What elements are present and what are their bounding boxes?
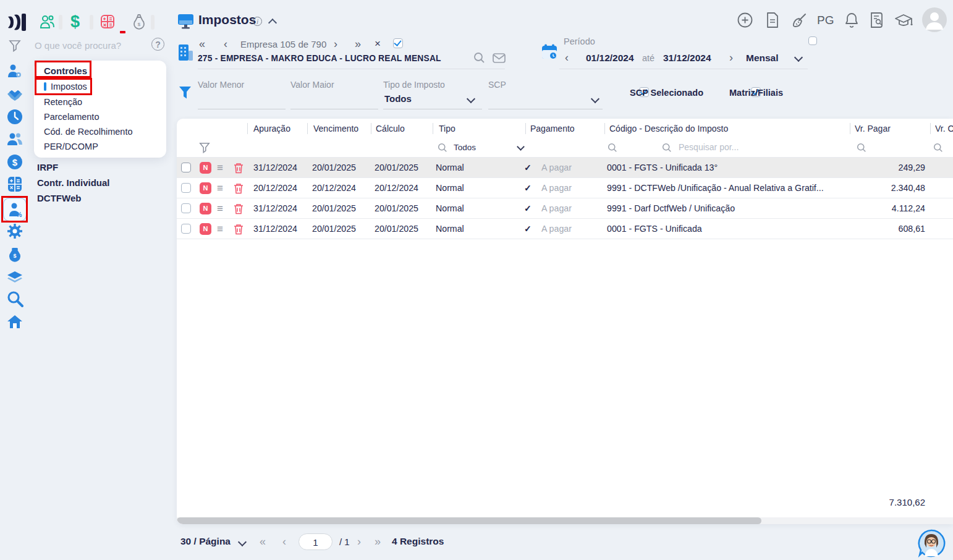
trash-icon[interactable] (234, 183, 244, 194)
table-filter-funnel-icon[interactable] (199, 142, 210, 153)
menu-item-cod-recolhimento[interactable]: Cód. de Recolhimento (44, 127, 132, 137)
company-next-button[interactable]: › (334, 38, 337, 49)
period-next-button[interactable]: › (729, 52, 733, 63)
user-avatar[interactable] (922, 7, 947, 32)
people-module-icon[interactable] (40, 14, 56, 30)
pagination-first-button[interactable]: « (260, 536, 264, 547)
menu-item-parcelamento[interactable]: Parcelamento (44, 112, 99, 122)
support-chat-avatar[interactable] (917, 529, 946, 558)
notifications-bell-icon[interactable] (844, 12, 859, 28)
sidebar-calculator-icon[interactable] (6, 176, 23, 193)
vr-outro-filter-search-icon[interactable] (933, 143, 943, 153)
company-prev-button[interactable]: ‹ (224, 38, 227, 49)
sidebar-layers-icon[interactable] (6, 268, 23, 285)
calculator-module-icon[interactable] (100, 14, 115, 29)
company-search-icon[interactable] (473, 52, 485, 64)
trash-icon[interactable] (234, 203, 244, 214)
column-header-apuracao[interactable]: Apuração (253, 119, 290, 137)
pagination-next-button[interactable]: › (357, 536, 361, 547)
period-mode-chevron-icon[interactable] (794, 53, 803, 62)
column-header-vencimento[interactable]: Vencimento (313, 119, 358, 137)
current-page-input[interactable]: 1 (299, 533, 332, 550)
help-icon[interactable]: ? (151, 38, 164, 51)
period-checkbox[interactable] (808, 36, 817, 45)
envelope-icon[interactable] (493, 53, 506, 63)
valor-menor-input[interactable] (198, 109, 286, 109)
vr-pagar-filter-search-icon[interactable] (857, 143, 866, 153)
company-clear-icon[interactable]: × (375, 38, 381, 50)
column-header-calculo[interactable]: Cálculo (376, 119, 405, 137)
document-search-icon[interactable] (870, 12, 884, 28)
codigo-filter-input[interactable] (677, 142, 803, 153)
row-menu-icon[interactable]: ≡ (217, 183, 223, 193)
company-first-button[interactable]: « (199, 38, 203, 49)
page-size-select[interactable]: 30 / Página (180, 536, 231, 547)
menu-item-dctfweb[interactable]: DCTFWeb (37, 193, 81, 203)
menu-item-contr-individual[interactable]: Contr. Individual (37, 177, 110, 188)
horizontal-scrollbar-track[interactable] (177, 517, 953, 524)
column-header-vr-outro[interactable]: Vr. O (935, 119, 953, 137)
app-logo[interactable] (7, 11, 27, 33)
scp-select[interactable] (488, 109, 603, 109)
tipo-imposto-chevron-icon[interactable] (467, 95, 475, 103)
tipo-filter-select[interactable]: Todos (454, 143, 476, 152)
trash-icon[interactable] (234, 224, 244, 235)
horizontal-scrollbar-thumb[interactable] (177, 517, 761, 524)
table-row[interactable]: N ≡ 31/12/2024 20/01/2025 20/01/2025 Nor… (177, 158, 953, 178)
period-start-date[interactable]: 01/12/2024 (586, 53, 634, 64)
document-icon[interactable] (766, 12, 779, 28)
tipo-imposto-select[interactable]: Todos (384, 93, 412, 104)
collapse-chevron-icon[interactable] (268, 19, 277, 27)
tipo-filter-chevron-icon[interactable] (517, 143, 525, 151)
filter-funnel-icon[interactable] (9, 40, 21, 52)
info-icon[interactable]: i (253, 17, 262, 26)
cell-tipo: Normal (436, 158, 464, 178)
sidebar-search-icon[interactable] (6, 291, 23, 308)
menu-item-per-dcomp[interactable]: PER/DCOMP (44, 142, 98, 151)
period-end-date[interactable]: 31/12/2024 (663, 53, 711, 64)
column-divider (433, 123, 433, 134)
graduation-cap-icon[interactable] (894, 14, 913, 28)
pagination-last-button[interactable]: » (375, 536, 379, 547)
pg-logo[interactable]: PG (817, 14, 834, 27)
pagination-prev-button[interactable]: ‹ (282, 536, 286, 547)
menu-item-retencao[interactable]: Retenção (44, 97, 82, 107)
table-row[interactable]: N ≡ 20/12/2024 20/12/2024 20/12/2024 Nor… (177, 178, 953, 198)
column-header-pagamento[interactable]: Pagamento (530, 119, 575, 137)
row-checkbox[interactable] (181, 203, 191, 213)
sidebar-dollar-icon[interactable]: $ (6, 153, 23, 171)
table-row[interactable]: N ≡ 31/12/2024 20/01/2025 20/01/2025 Nor… (177, 219, 953, 239)
sidebar-home-icon[interactable] (6, 313, 23, 330)
add-icon[interactable] (737, 12, 753, 28)
pagamento-filter-search-icon[interactable] (608, 143, 617, 153)
company-checkbox[interactable] (393, 38, 403, 48)
sidebar-search-input[interactable] (33, 40, 135, 51)
sidebar-handshake-icon[interactable] (6, 86, 23, 103)
column-header-tipo[interactable]: Tipo (439, 119, 455, 137)
row-checkbox[interactable] (181, 183, 191, 193)
sidebar-money-bag-icon[interactable]: $ (6, 245, 23, 262)
row-checkbox[interactable] (181, 224, 191, 234)
row-menu-icon[interactable]: ≡ (217, 224, 223, 234)
sidebar-clock-icon[interactable] (6, 108, 23, 125)
page-size-chevron-icon[interactable] (238, 538, 247, 546)
sidebar-user-gear-icon[interactable] (6, 62, 23, 80)
dollar-module-icon[interactable]: $ (70, 12, 80, 32)
company-last-button[interactable]: » (355, 38, 359, 49)
money-bag-module-icon[interactable]: $ (132, 13, 146, 30)
menu-item-irpf[interactable]: IRPF (37, 162, 58, 172)
table-row[interactable]: N ≡ 31/12/2024 20/01/2025 20/01/2025 Nor… (177, 198, 953, 219)
trash-icon[interactable] (234, 163, 244, 174)
sidebar-users-icon[interactable] (6, 130, 23, 148)
row-menu-icon[interactable]: ≡ (217, 203, 223, 214)
valor-maior-input[interactable] (290, 109, 378, 109)
period-prev-button[interactable]: ‹ (565, 52, 569, 63)
row-menu-icon[interactable]: ≡ (217, 163, 223, 173)
column-header-vr-pagar[interactable]: Vr. Pagar (855, 119, 891, 137)
broom-icon[interactable] (791, 12, 807, 28)
scp-chevron-icon[interactable] (591, 95, 599, 103)
sidebar-gear-icon[interactable] (6, 223, 23, 240)
column-header-codigo[interactable]: Código - Descrição do Imposto (609, 119, 728, 137)
row-checkbox[interactable] (181, 163, 191, 172)
period-mode-select[interactable]: Mensal (746, 53, 779, 64)
